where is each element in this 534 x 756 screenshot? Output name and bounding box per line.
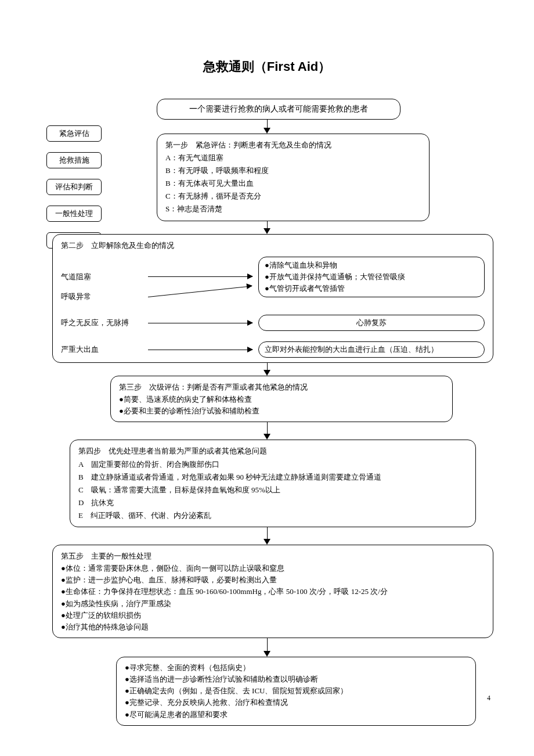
step6-l4: ●完整记录、充分反映病人抢救、治疗和检查情况	[125, 697, 467, 708]
step6-l2: ●选择适当的进一步诊断性治疗试验和辅助检查以明确诊断	[125, 674, 467, 685]
arrow-down-icon	[35, 422, 499, 440]
step1-box: 第一步 紧急评估：判断患者有无危及生命的情况 A：有无气道阻塞 B：有无呼吸，呼…	[157, 134, 430, 221]
step4-a: A 固定重要部位的骨折、闭合胸腹部伤口	[78, 458, 467, 471]
start-box: 一个需要进行抢救的病人或者可能需要抢救的患者	[157, 99, 400, 120]
step1-title: 第一步 紧急评估：判断患者有无危及生命的情况	[165, 139, 421, 152]
step6-l1: ●寻求完整、全面的资料（包括病史）	[125, 662, 467, 674]
page-title: 急救通则（First Aid）	[35, 58, 499, 75]
step3-box: 第三步 次级评估：判断是否有严重或者其他紧急的情况 ●简要、迅速系统的病史了解和…	[110, 376, 453, 422]
step2-a-r1: ●清除气道血块和异物	[265, 260, 478, 271]
step6-l3: ●正确确定去向（例如，是否住院、去 ICU、留院短暂观察或回家）	[125, 685, 467, 697]
step4-c: C 吸氧：通常需要大流量，目标是保持血氧饱和度 95%以上	[78, 484, 467, 496]
start-text: 一个需要进行抢救的病人或者可能需要抢救的患者	[189, 105, 368, 113]
step6-l5: ●尽可能满足患者的愿望和要求	[125, 709, 467, 721]
arrow-down-icon	[35, 638, 499, 657]
step1-b1: B：有无呼吸，呼吸频率和程度	[165, 164, 421, 177]
step3-l2: ●必要和主要的诊断性治疗试验和辅助检查	[119, 405, 444, 417]
step4-e: E 纠正呼吸、循环、代谢、内分泌紊乱	[78, 509, 467, 522]
step6-box: ●寻求完整、全面的资料（包括病史） ●选择适当的进一步诊断性治疗试验和辅助检查以…	[116, 657, 476, 726]
step5-l5: ●处理广泛的软组织损伤	[61, 610, 485, 621]
step2-box: 第二步 立即解除危及生命的情况 气道阻塞 ●清除气道血块和异物 ●开放气道并保持…	[52, 234, 493, 363]
step5-l6: ●治疗其他的特殊急诊问题	[61, 621, 485, 633]
step5-box: 第五步 主要的一般性处理 ●体位：通常需要卧床休息，侧卧位、面向一侧可以防止误吸…	[52, 545, 493, 638]
step5-l2: ●监护：进一步监护心电、血压、脉搏和呼吸，必要时检测出入量	[61, 574, 485, 586]
step2-breath-label: 呼吸异常	[61, 291, 142, 302]
arrow-down-icon	[35, 363, 499, 376]
step2-bleed-label: 严重大出血	[61, 344, 142, 355]
arrow-right-icon	[148, 323, 252, 323]
step2-nopulse-label: 呼之无反应，无脉搏	[61, 318, 142, 328]
step3-l1: ●简要、迅速系统的病史了解和体格检查	[119, 394, 444, 405]
arrow-down-icon	[35, 527, 499, 545]
step2-airway-label: 气道阻塞	[61, 272, 142, 282]
step5-l4: ●如为感染性疾病，治疗严重感染	[61, 598, 485, 610]
step5-title: 第五步 主要的一般性处理	[61, 550, 485, 563]
step4-d: D 抗休克	[78, 496, 467, 509]
arrow-down-icon	[35, 120, 499, 134]
step3-title: 第三步 次级评估：判断是否有严重或者其他紧急的情况	[119, 381, 444, 394]
step5-l3: ●生命体征：力争保持在理想状态：血压 90-160/60-100mmHg，心率 …	[61, 586, 485, 597]
step1-b2: B：有无体表可见大量出血	[165, 177, 421, 190]
step1-a: A：有无气道阻塞	[165, 152, 421, 164]
step4-b: B 建立静脉通道或者骨通道，对危重或者如果 90 秒钟无法建立静脉通道则需要建立…	[78, 471, 467, 484]
step2-bleed-box: 立即对外表能控制的大出血进行止血（压迫、结扎）	[258, 341, 485, 358]
step2-title: 第二步 立即解除危及生命的情况	[61, 239, 485, 252]
step5-l1: ●体位：通常需要卧床休息，侧卧位、面向一侧可以防止误吸和窒息	[61, 563, 485, 574]
step4-title: 第四步 优先处理患者当前最为严重的或者其他紧急问题	[78, 445, 467, 458]
step2-cpr-box: 心肺复苏	[258, 315, 485, 331]
arrow-right-icon	[148, 276, 252, 277]
step1-c: C：有无脉搏，循环是否充分	[165, 190, 421, 203]
step4-box: 第四步 优先处理患者当前最为严重的或者其他紧急问题 A 固定重要部位的骨折、闭合…	[70, 440, 476, 527]
step1-s: S：神志是否清楚	[165, 203, 421, 215]
arrow-right-icon	[148, 350, 252, 350]
arrow-down-icon	[35, 221, 499, 234]
step2-a-r2: ●开放气道并保持气道通畅；大管径管吸痰	[265, 271, 478, 283]
